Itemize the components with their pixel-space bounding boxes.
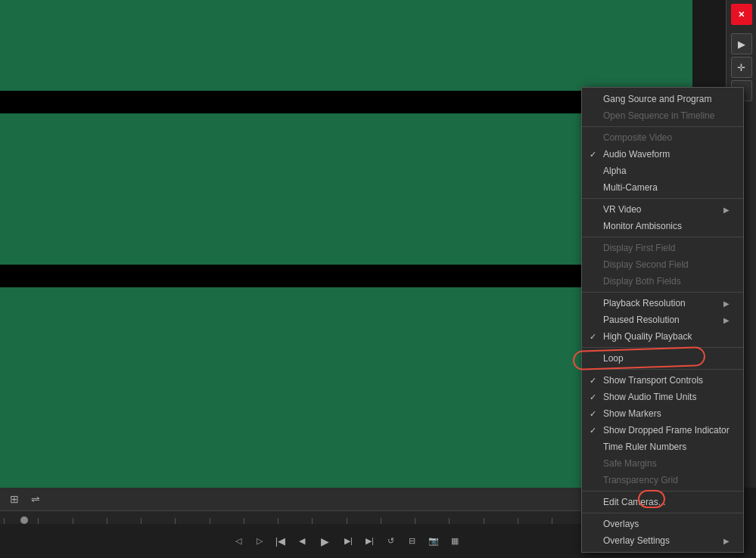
menu-separator [582,347,743,348]
tick [107,518,141,524]
mark-in-button[interactable]: ◁ [230,533,247,550]
menu-item-transparency-grid: Transparency Grid [582,472,743,488]
playhead[interactable] [20,516,28,524]
menu-item-vr-video[interactable]: VR Video▶ [582,201,743,218]
menu-item-label: Alpha [603,166,627,176]
tick [449,518,483,524]
menu-item-overlay-settings[interactable]: Overlay Settings▶ [582,532,743,549]
menu-item-monitor-ambisonics[interactable]: Monitor Ambisonics [582,218,743,234]
menu-item-show-transport-controls[interactable]: Show Transport Controls [582,372,743,389]
submenu-arrow-icon: ▶ [723,299,730,308]
menu-separator [582,513,743,513]
menu-item-label: Display Second Field [603,259,689,270]
tick [210,518,244,524]
menu-item-show-audio-time-units[interactable]: Show Audio Time Units [582,389,743,405]
tick [312,518,346,524]
menu-item-paused-resolution[interactable]: Paused Resolution▶ [582,312,743,328]
menu-item-label: Composite Video [603,132,672,143]
safe-button[interactable]: ⊟ [404,533,421,550]
menu-item-label: Loop [603,353,624,364]
menu-separator [582,237,743,237]
step-back-button[interactable]: ◀ [294,533,310,550]
menu-item-overlays[interactable]: Overlays [582,516,743,532]
tick [347,518,381,524]
menu-item-label: Overlay Settings [603,535,670,546]
menu-item-time-ruler-numbers[interactable]: Time Ruler Numbers [582,439,743,455]
menu-item-loop[interactable]: Loop [582,350,743,367]
menu-item-label: Playback Resolution [603,298,686,308]
menu-item-label: Gang Source and Program [603,94,711,104]
menu-item-composite-video: Composite Video [582,129,743,146]
menu-item-label: High Quality Playback [603,331,692,342]
menu-item-label: Paused Resolution [603,315,680,325]
menu-item-multi-camera[interactable]: Multi-Camera [582,179,743,196]
close-button[interactable]: ✕ [731,4,752,25]
menu-separator [582,491,743,491]
mark-out-button[interactable]: ▷ [251,533,268,550]
menu-item-open-sequence-timeline: Open Sequence in Timeline [582,107,743,124]
multi-cam-button[interactable]: ▦ [446,533,463,550]
arrow-tool-button[interactable]: ▶ [731,33,752,54]
tick [381,518,415,524]
tick [415,518,449,524]
menu-item-display-both-fields: Display Both Fields [582,273,743,290]
menu-item-label: Multi-Camera [603,182,658,193]
menu-item-label: Audio Waveform [603,149,670,160]
tick [484,518,518,524]
go-to-out-button[interactable]: ▶| [362,533,378,550]
menu-item-edit-cameras[interactable]: Edit Cameras... [582,494,743,510]
menu-item-label: Show Transport Controls [603,375,703,386]
tick [175,518,209,524]
menu-item-audio-waveform[interactable]: Audio Waveform [582,146,743,163]
menu-item-playback-resolution[interactable]: Playback Resolution▶ [582,295,743,312]
play-button[interactable]: ▶ [315,531,336,552]
tick [244,518,278,524]
menu-item-label: Show Markers [603,408,661,419]
menu-item-display-first-field: Display First Field [582,240,743,256]
context-menu: Gang Source and ProgramOpen Sequence in … [581,87,744,553]
tick [73,518,107,524]
tick [38,518,72,524]
go-to-in-button[interactable]: |◀ [272,533,289,550]
tick [278,518,312,524]
submenu-arrow-icon: ▶ [723,316,730,324]
loop-button[interactable]: ↺ [383,533,400,550]
menu-item-label: Display First Field [603,243,675,253]
menu-item-gang-source-program[interactable]: Gang Source and Program [582,91,743,107]
menu-item-label: Time Ruler Numbers [603,442,686,452]
menu-item-alpha[interactable]: Alpha [582,163,743,179]
menu-item-safe-margins: Safe Margins [582,455,743,472]
submenu-arrow-icon: ▶ [723,206,730,214]
menu-item-show-dropped-frame-indicator[interactable]: Show Dropped Frame Indicator [582,422,743,439]
menu-item-label: Monitor Ambisonics [603,221,682,231]
menu-item-label: Safe Margins [603,458,657,469]
menu-separator [582,198,743,199]
video-stripe-1 [0,0,692,91]
menu-item-label: Display Both Fields [603,276,681,287]
menu-separator [582,369,743,370]
step-forward-button[interactable]: ▶| [341,533,357,550]
menu-item-high-quality-playback[interactable]: High Quality Playback [582,328,743,345]
menu-item-label: Show Dropped Frame Indicator [603,425,730,436]
move-tool-button[interactable]: ✛ [731,57,752,78]
grid-button[interactable]: ⊞ [6,491,23,507]
menu-item-label: Show Audio Time Units [603,392,696,402]
menu-item-label: Transparency Grid [603,475,678,485]
export-frame-button[interactable]: 📷 [425,533,442,550]
menu-item-show-markers[interactable]: Show Markers [582,405,743,422]
expand-button[interactable]: ⇌ [27,491,44,507]
submenu-arrow-icon: ▶ [723,537,730,545]
menu-item-label: Overlays [603,519,639,529]
menu-item-label: VR Video [603,204,641,215]
menu-separator [582,292,743,293]
menu-item-label: Edit Cameras... [603,497,666,507]
tick [518,518,552,524]
tick [141,518,175,524]
menu-item-display-second-field: Display Second Field [582,256,743,273]
menu-item-label: Open Sequence in Timeline [603,110,714,121]
menu-separator [582,126,743,127]
